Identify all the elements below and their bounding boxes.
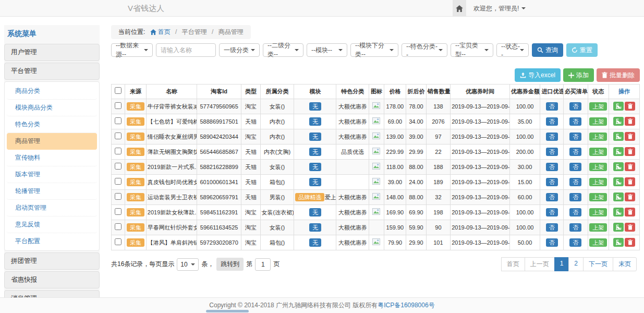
import-select-toggle[interactable]: 否 — [546, 208, 558, 216]
edit-button[interactable] — [613, 177, 624, 186]
delete-button[interactable] — [625, 102, 635, 111]
status-toggle[interactable]: 上架 — [589, 117, 607, 126]
must-buy-toggle[interactable]: 否 — [569, 178, 581, 186]
status-toggle[interactable]: 上架 — [589, 102, 607, 111]
status-toggle[interactable]: 上架 — [589, 208, 607, 216]
sidebar-subitem[interactable]: 意见反馈 — [7, 216, 97, 233]
sidebar-subitem[interactable]: 商品分类 — [7, 83, 97, 100]
edit-button[interactable] — [613, 223, 624, 232]
row-checkbox[interactable] — [115, 102, 121, 109]
sidebar-subitem[interactable]: 轮播管理 — [7, 183, 97, 200]
page-button[interactable]: 末页 — [613, 257, 637, 271]
import-select-toggle[interactable]: 否 — [546, 117, 558, 126]
import-select-toggle[interactable]: 否 — [546, 238, 558, 247]
status-toggle[interactable]: 上架 — [589, 193, 607, 201]
delete-button[interactable] — [625, 162, 635, 171]
must-buy-toggle[interactable]: 否 — [569, 193, 581, 201]
sidebar-item-platform[interactable]: 平台管理 — [4, 63, 100, 80]
breadcrumb-home-link[interactable]: 首页 — [158, 28, 171, 35]
filter-select-data-source[interactable]: --数据来源-- — [111, 43, 153, 57]
delete-button[interactable] — [625, 117, 635, 126]
reset-button[interactable]: 重置 — [566, 43, 598, 57]
row-checkbox[interactable] — [115, 133, 121, 139]
import-select-toggle[interactable]: 否 — [546, 178, 558, 186]
sidebar-item[interactable]: 省惠快报 — [4, 271, 100, 288]
sidebar-subitem[interactable]: 平台配置 — [7, 233, 97, 249]
edit-button[interactable] — [613, 147, 624, 156]
page-button[interactable]: 下一页 — [583, 257, 613, 271]
batch-delete-button[interactable]: 批量删除 — [597, 68, 640, 82]
must-buy-toggle[interactable]: 否 — [569, 117, 581, 126]
filter-select[interactable]: --宝贝类型-- — [451, 43, 493, 57]
status-toggle[interactable]: 上架 — [589, 148, 607, 156]
user-menu[interactable]: 欢迎您，管理员! — [473, 4, 526, 13]
must-buy-toggle[interactable]: 否 — [569, 102, 581, 111]
import-select-toggle[interactable]: 否 — [546, 133, 558, 141]
delete-button[interactable] — [625, 238, 635, 247]
jump-button[interactable]: 跳转到 — [216, 258, 244, 271]
select-all-checkbox[interactable] — [115, 87, 121, 94]
page-button[interactable]: 2 — [568, 257, 584, 271]
filter-select[interactable]: 一级分类 — [219, 43, 260, 57]
sidebar-item[interactable]: 消息管理 — [4, 290, 100, 297]
delete-button[interactable] — [625, 132, 635, 141]
row-checkbox[interactable] — [115, 178, 121, 185]
search-button[interactable]: 查询 — [532, 43, 563, 57]
sidebar-subitem[interactable]: 宣传物料 — [7, 150, 97, 166]
must-buy-toggle[interactable]: 否 — [569, 148, 581, 156]
sidebar-subitem[interactable]: 模块商品分类 — [7, 100, 97, 116]
import-select-toggle[interactable]: 否 — [546, 223, 558, 232]
delete-button[interactable] — [625, 177, 635, 186]
import-select-toggle[interactable]: 否 — [546, 148, 558, 156]
delete-button[interactable] — [625, 192, 635, 201]
row-checkbox[interactable] — [115, 238, 121, 245]
row-checkbox[interactable] — [115, 223, 121, 230]
delete-button[interactable] — [625, 223, 635, 232]
row-checkbox[interactable] — [115, 163, 121, 170]
sidebar-item[interactable]: 拼团管理 — [4, 252, 100, 270]
jump-page-input[interactable] — [255, 258, 271, 271]
page-button[interactable]: 上一页 — [525, 257, 555, 271]
edit-button[interactable] — [613, 208, 624, 216]
page-button[interactable]: 1 — [554, 257, 569, 271]
horizontal-scrollbar-thumb[interactable] — [206, 310, 249, 312]
filter-select[interactable]: --状态-- — [496, 43, 529, 57]
status-toggle[interactable]: 上架 — [589, 223, 607, 232]
add-button[interactable]: 添加 — [563, 68, 594, 82]
delete-button[interactable] — [625, 208, 635, 216]
name-search-input[interactable] — [156, 43, 216, 57]
must-buy-toggle[interactable]: 否 — [569, 223, 581, 232]
filter-select[interactable]: --特色分类-- — [402, 43, 447, 57]
home-button[interactable] — [453, 0, 466, 17]
import-excel-button[interactable]: 导入excel — [515, 68, 561, 82]
page-button[interactable]: 首页 — [501, 257, 525, 271]
edit-button[interactable] — [613, 238, 624, 247]
status-toggle[interactable]: 上架 — [589, 238, 607, 247]
filter-select[interactable]: --模块-- — [307, 43, 347, 57]
delete-button[interactable] — [625, 147, 635, 156]
sidebar-subitem[interactable]: 启动页管理 — [7, 200, 97, 216]
row-checkbox[interactable] — [115, 117, 121, 124]
import-select-toggle[interactable]: 否 — [546, 193, 558, 201]
icp-link[interactable]: 粤ICP备16098006号 — [378, 302, 434, 309]
sidebar-item-users[interactable]: 用户管理 — [4, 44, 100, 61]
status-toggle[interactable]: 上架 — [589, 133, 607, 141]
page-size-select[interactable]: 10 — [177, 258, 199, 271]
must-buy-toggle[interactable]: 否 — [569, 208, 581, 216]
filter-select[interactable]: --模块下分类-- — [350, 43, 398, 57]
sidebar-subitem[interactable]: 版本管理 — [7, 166, 97, 183]
edit-button[interactable] — [613, 132, 624, 141]
edit-button[interactable] — [613, 192, 624, 201]
status-toggle[interactable]: 上架 — [589, 163, 607, 171]
row-checkbox[interactable] — [115, 148, 121, 154]
row-checkbox[interactable] — [115, 208, 121, 215]
import-select-toggle[interactable]: 否 — [546, 163, 558, 171]
import-select-toggle[interactable]: 否 — [546, 102, 558, 111]
filter-select[interactable]: --二级分类-- — [263, 43, 303, 57]
sidebar-subitem[interactable]: 特色分类 — [7, 116, 97, 133]
status-toggle[interactable]: 上架 — [589, 178, 607, 186]
sidebar-subitem[interactable]: 商品管理 — [7, 133, 97, 150]
row-checkbox[interactable] — [115, 193, 121, 200]
must-buy-toggle[interactable]: 否 — [569, 238, 581, 247]
edit-button[interactable] — [613, 162, 624, 171]
